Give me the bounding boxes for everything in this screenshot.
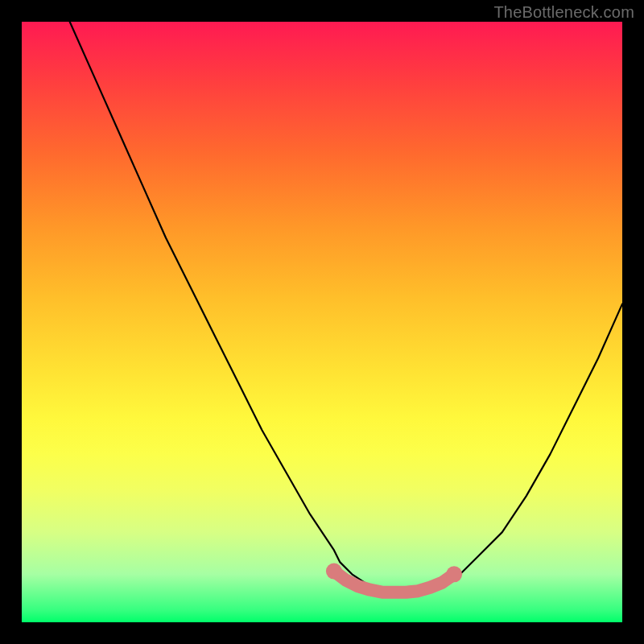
chart-svg bbox=[22, 22, 622, 622]
credit-label: TheBottleneck.com bbox=[493, 3, 634, 22]
plot-area bbox=[22, 22, 622, 622]
svg-point-0 bbox=[326, 564, 342, 580]
curve-line bbox=[70, 22, 622, 592]
chart-frame: TheBottleneck.com bbox=[0, 0, 644, 644]
svg-point-1 bbox=[446, 566, 462, 582]
